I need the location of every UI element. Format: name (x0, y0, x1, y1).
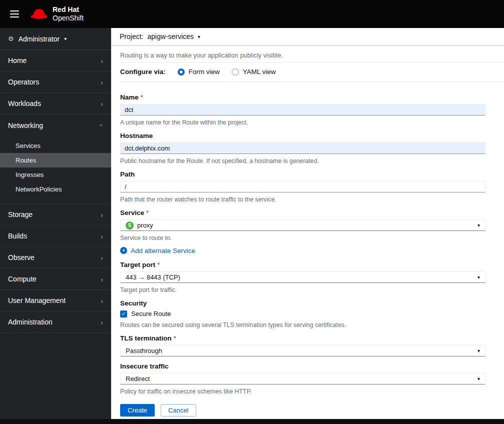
chevron-right-icon: › (101, 318, 103, 326)
create-route-form-page: Routing is a way to make your applicatio… (111, 46, 504, 416)
path-input[interactable] (120, 181, 485, 192)
radio-form-view[interactable]: Form view (178, 68, 220, 76)
nav-label: Storage (8, 210, 33, 218)
chevron-right-icon: › (101, 100, 103, 108)
bottom-edge (0, 419, 504, 424)
insecure-traffic-help: Policy for traffic on insecure schemes l… (120, 388, 485, 395)
sidebar-item-home[interactable]: Home › (0, 50, 111, 72)
security-help: Routes can be secured using several TLS … (120, 322, 485, 328)
nav-label: Compute (8, 275, 37, 283)
service-field-group: Service* S proxy ▾ Service to route to. (120, 209, 485, 242)
security-label: Security (120, 300, 485, 308)
project-name: apigw-services (147, 32, 194, 40)
nav-label: Home (8, 56, 27, 64)
menu-icon[interactable] (6, 6, 23, 22)
nav-label: Operators (8, 78, 39, 86)
service-help: Service to route to. (120, 234, 485, 242)
perspective-switcher[interactable]: ⚙ Administrator ▾ (0, 28, 111, 50)
sidebar-item-ingresses[interactable]: Ingresses (0, 168, 111, 182)
redhat-openshift-logo: Red Hat OpenShift (30, 6, 84, 22)
sidebar-item-user-management[interactable]: User Management › (0, 290, 111, 312)
cancel-button[interactable]: Cancel (161, 404, 196, 416)
service-select-value: proxy (137, 222, 153, 229)
add-alternate-service-label: Add alternate Service (131, 247, 195, 254)
project-bar: Project: apigw-services ▾ (111, 28, 504, 46)
path-label: Path (120, 170, 485, 178)
plus-circle-icon: + (120, 247, 127, 254)
nav-label: Workloads (8, 100, 41, 108)
configure-via-group: Configure via: Form view YAML view (120, 62, 504, 82)
secure-route-label: Secure Route (131, 310, 171, 318)
route-form: Name* A unique name for the Route within… (120, 94, 485, 416)
caret-down-icon: ▾ (477, 274, 480, 280)
add-alternate-service-link[interactable]: + Add alternate Service (120, 246, 485, 254)
name-label: Name* (120, 94, 485, 102)
create-button[interactable]: Create (120, 404, 155, 416)
name-input[interactable] (120, 104, 485, 116)
sidebar-item-storage[interactable]: Storage › (0, 204, 111, 226)
caret-down-icon: ▾ (198, 34, 200, 40)
form-actions: Create Cancel (120, 404, 485, 416)
target-port-select[interactable]: 443 → 8443 (TCP) ▾ (120, 272, 485, 283)
hostname-label: Hostname (120, 132, 485, 140)
service-label: Service* (120, 209, 485, 217)
target-port-field-group: Target port* 443 → 8443 (TCP) ▾ Target p… (120, 261, 485, 294)
radio-unselected-icon (232, 68, 239, 76)
nav-label: Observe (8, 254, 35, 262)
sidebar-item-administration[interactable]: Administration › (0, 312, 111, 333)
nav-label: Networking (8, 122, 43, 130)
networking-subnav: Services Routes Ingresses NetworkPolicie… (0, 136, 111, 204)
sidebar-item-networkpolicies[interactable]: NetworkPolicies (0, 182, 111, 196)
nav-label: Administration (8, 318, 53, 326)
chevron-right-icon: › (101, 232, 103, 240)
sidebar-item-compute[interactable]: Compute › (0, 268, 111, 290)
insecure-traffic-field-group: Insecure traffic Redirect ▾ Policy for t… (120, 362, 485, 395)
sidebar-item-observe[interactable]: Observe › (0, 247, 111, 268)
target-port-help: Target port for traffic. (120, 286, 485, 294)
nav-label: Builds (8, 232, 27, 240)
path-field-group: Path Path that the router watches to rou… (120, 170, 485, 203)
sidebar: ⚙ Administrator ▾ Home › Operators › Wor… (0, 28, 111, 424)
insecure-traffic-select-value: Redirect (126, 375, 150, 382)
secure-route-checkbox[interactable]: ✓ Secure Route (120, 310, 485, 318)
project-selector[interactable]: Project: apigw-services ▾ (120, 32, 200, 40)
checkbox-checked-icon: ✓ (120, 310, 127, 318)
name-help: A unique name for the Route within the p… (120, 119, 485, 126)
sidebar-item-routes[interactable]: Routes (0, 153, 111, 168)
page-description: Routing is a way to make your applicatio… (120, 52, 504, 60)
masthead: Red Hat OpenShift (0, 0, 504, 28)
chevron-right-icon: › (101, 78, 103, 86)
name-field-group: Name* A unique name for the Route within… (120, 94, 485, 126)
sidebar-item-operators[interactable]: Operators › (0, 72, 111, 93)
perspective-label: Administrator (19, 35, 60, 43)
sidebar-item-builds[interactable]: Builds › (0, 226, 111, 247)
path-help: Path that the router watches to route tr… (120, 196, 485, 203)
brand-redhat: Red Hat (53, 6, 84, 14)
sidebar-item-workloads[interactable]: Workloads › (0, 93, 111, 114)
redhat-hat-icon (30, 8, 48, 20)
nav-label: User Management (8, 296, 66, 304)
tls-termination-select[interactable]: Passthrough ▾ (120, 345, 485, 356)
hostname-input[interactable] (120, 142, 485, 154)
radio-yaml-view[interactable]: YAML view (232, 68, 276, 76)
project-label: Project: (120, 32, 143, 40)
required-marker: * (146, 209, 149, 216)
tls-termination-select-value: Passthrough (126, 347, 162, 354)
sidebar-item-networking[interactable]: Networking › (0, 114, 111, 136)
caret-down-icon: ▾ (477, 376, 480, 382)
sidebar-item-services[interactable]: Services (0, 138, 111, 153)
configure-via-label: Configure via: (120, 68, 166, 76)
radio-label: Form view (189, 68, 220, 76)
radio-label: YAML view (243, 68, 276, 76)
insecure-traffic-select[interactable]: Redirect ▾ (120, 373, 485, 384)
chevron-right-icon: › (101, 254, 103, 262)
caret-down-icon: ▾ (64, 36, 67, 42)
service-select[interactable]: S proxy ▾ (120, 220, 485, 231)
divider (120, 82, 504, 82)
chevron-right-icon: › (101, 56, 103, 65)
required-marker: * (157, 261, 160, 268)
service-resource-icon: S (126, 222, 134, 230)
required-marker: * (141, 94, 143, 101)
target-port-select-value: 443 → 8443 (TCP) (126, 274, 180, 281)
main-content: Project: apigw-services ▾ Routing is a w… (111, 28, 504, 424)
